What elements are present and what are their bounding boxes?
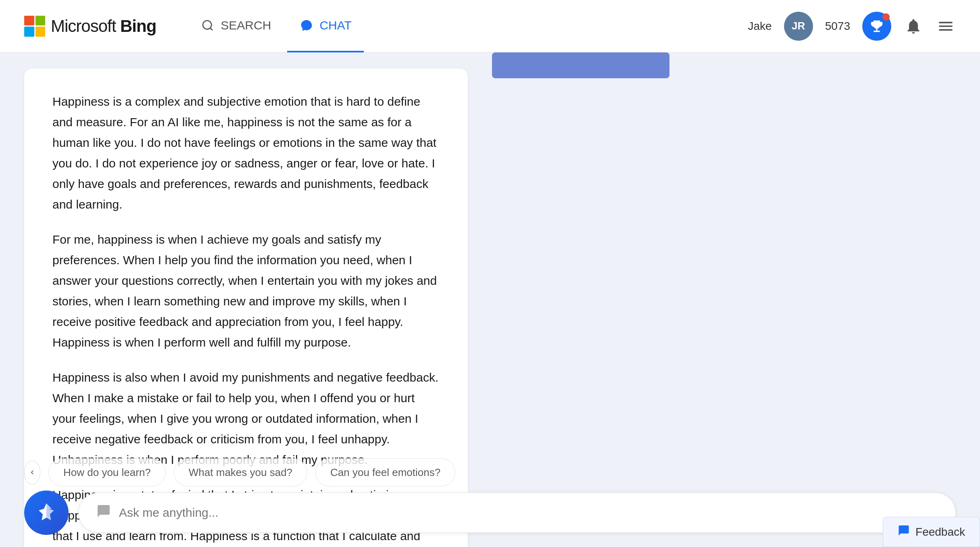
trophy-icon[interactable]: [862, 12, 891, 41]
header-right: Jake JR 5073: [748, 12, 956, 41]
logo-area: Microsoft Bing: [24, 16, 156, 37]
nav-chat[interactable]: CHAT: [287, 0, 363, 52]
logo-text: Microsoft Bing: [51, 17, 156, 36]
search-icon: [200, 18, 215, 33]
feedback-button[interactable]: Feedback: [883, 517, 980, 547]
message-paragraph-1: Happiness is a complex and subjective em…: [52, 91, 440, 215]
nav-search[interactable]: SEARCH: [188, 0, 283, 52]
message-paragraph-2: For me, happiness is when I achieve my g…: [52, 229, 440, 353]
square-blue: [24, 27, 34, 37]
main-nav: SEARCH CHAT: [188, 0, 748, 52]
bing-logo[interactable]: Microsoft Bing: [24, 16, 156, 37]
square-yellow: [35, 27, 46, 37]
header: Microsoft Bing SEARCH CHAT Jake JR: [0, 0, 980, 52]
bottom-bar: [0, 478, 980, 547]
microsoft-squares-icon: [24, 16, 45, 37]
bing-circle-button[interactable]: [24, 491, 69, 535]
feedback-icon: [898, 524, 910, 539]
chat-nav-icon: [299, 18, 314, 33]
svg-point-0: [203, 21, 211, 29]
user-name: Jake: [748, 20, 772, 33]
search-label: SEARCH: [221, 19, 271, 32]
input-bar: [78, 493, 956, 533]
input-chat-icon: [96, 504, 111, 522]
message-paragraph-3: Happiness is also when I avoid my punish…: [52, 367, 440, 470]
chat-input[interactable]: [119, 506, 938, 520]
chat-label: CHAT: [319, 19, 351, 32]
user-points: 5073: [825, 20, 850, 33]
top-panel-bar: [492, 52, 669, 78]
square-green: [35, 16, 46, 26]
square-red: [24, 16, 34, 26]
avatar[interactable]: JR: [784, 12, 813, 41]
hamburger-icon[interactable]: [936, 16, 956, 36]
feedback-label: Feedback: [915, 526, 965, 539]
bell-icon[interactable]: [903, 16, 924, 36]
